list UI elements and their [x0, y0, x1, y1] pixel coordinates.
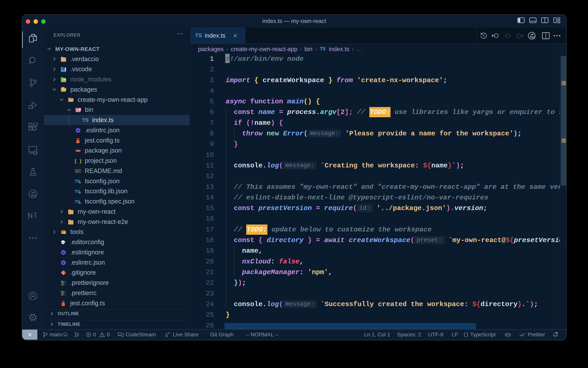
svg-text:M: M	[76, 170, 78, 172]
svg-text:10: 10	[79, 110, 81, 111]
svg-text:npm: npm	[77, 150, 80, 152]
svg-text:TS: TS	[82, 117, 88, 123]
svg-text:js: js	[63, 79, 65, 81]
svg-text:{ }: { }	[75, 159, 81, 164]
svg-text:TS: TS	[320, 46, 326, 51]
